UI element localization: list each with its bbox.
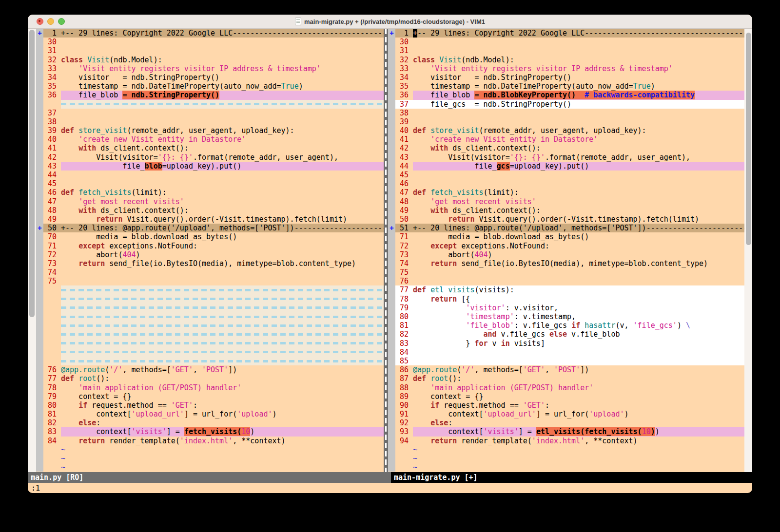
code-line[interactable]: 40 'create new Visit entity in Datastore… [36,135,384,144]
code-line[interactable]: 91 context['upload_url'] = url_for('uplo… [388,410,744,418]
left-scrollbar[interactable] [28,29,36,472]
code-line[interactable]: 32class Visit(ndb.Model): [36,56,384,64]
diff-filler-line[interactable] [36,348,384,357]
tilde-line[interactable]: ~ [388,463,744,472]
code-line[interactable]: 47 'get most recent visits' [36,197,384,206]
diff-filler-line[interactable] [36,339,384,348]
code-line[interactable]: 75 [388,268,744,277]
code-line[interactable]: 31 [36,46,384,55]
tilde-line[interactable]: ~ [388,454,744,463]
code-line[interactable]: 88 'main application (GET/POST) handler' [388,383,744,392]
code-line[interactable]: 75 [36,277,384,285]
code-line[interactable]: 46 [388,179,744,188]
code-line[interactable]: 80 'timestamp': v.timestamp, [388,312,744,321]
code-line[interactable]: 41 'create new Visit entity in Datastore… [388,135,744,144]
right-scrollbar[interactable] [744,29,752,472]
code-line[interactable]: 71 media = blob.download_as_bytes() [388,232,744,241]
code-line[interactable]: 49 return Visit.query().order(-Visit.tim… [36,215,384,224]
folded-line[interactable]: +51+-- 20 lines: @app.route('/upload', m… [388,224,744,232]
code-line[interactable]: 83 } for v in visits] [388,339,744,348]
folded-line[interactable]: +50+-- 20 lines: @app.route('/upload', m… [36,224,384,232]
close-button[interactable] [37,18,43,25]
code-line[interactable]: 31 [388,46,744,55]
code-line[interactable]: 45 [36,179,384,188]
code-line[interactable]: 41 with ds_client.context(): [36,144,384,152]
tilde-line[interactable]: ~ [36,445,384,454]
diff-filler-line[interactable] [36,312,384,321]
code-line[interactable]: 71 except exceptions.NotFound: [36,242,384,250]
code-line[interactable]: 84 [388,348,744,357]
code-line[interactable]: 79 context = {} [36,392,384,401]
tilde-line[interactable]: ~ [36,454,384,463]
code-line[interactable]: 46def fetch_visits(limit): [36,188,384,197]
zoom-button[interactable] [58,18,65,25]
code-line[interactable]: 49 with ds_client.context(): [388,206,744,215]
code-line[interactable]: 35 timestamp = ndb.DateTimeProperty(auto… [388,82,744,91]
fold-marker[interactable]: + [388,29,395,38]
minimize-button[interactable] [47,18,54,25]
code-line[interactable]: 72 except exceptions.NotFound: [388,242,744,250]
code-line[interactable]: 43 Visit(visitor='{}: {}'.format(remote_… [388,153,744,162]
code-line[interactable]: 82 else: [36,418,384,427]
folded-line[interactable]: +1+-- 29 lines: Copyright 2022 Google LL… [36,29,384,38]
code-line[interactable]: 81 context['upload_url'] = url_for('uplo… [36,410,384,418]
code-line[interactable]: 43 file_blob=upload_key).put() [36,162,384,171]
code-line[interactable]: 84 return render_template('index.html', … [36,437,384,445]
diff-filler-line[interactable] [36,295,384,304]
code-line[interactable]: 93 context['visits'] = etl_visits(fetch_… [388,427,744,436]
code-line[interactable]: 79 'visitor': v.visitor, [388,304,744,312]
code-line[interactable]: 42 Visit(visitor='{}: {}'.format(remote_… [36,153,384,162]
diff-filler-line[interactable] [36,330,384,339]
code-line[interactable]: 78 return [{ [388,295,744,304]
code-line[interactable]: 86@app.route('/', methods=['GET', 'POST'… [388,365,744,374]
code-line[interactable]: 45 [388,171,744,179]
code-line[interactable]: 39def store_visit(remote_addr, user_agen… [36,126,384,135]
code-line[interactable]: 42 with ds_client.context(): [388,144,744,152]
diff-filler-line[interactable] [36,100,384,109]
code-line[interactable]: 76 [388,277,744,285]
code-line[interactable]: 35 timestamp = ndb.DateTimeProperty(auto… [36,82,384,91]
command-line[interactable]: :1 [28,483,752,493]
code-line[interactable]: 39 [388,117,744,126]
code-line[interactable]: 73 return send_file(io.BytesIO(media), m… [36,259,384,268]
code-line[interactable]: 38 [36,117,384,126]
code-line[interactable]: 73 abort(404) [388,250,744,259]
code-line[interactable]: 90 if request.method == 'GET': [388,401,744,410]
code-line[interactable]: 83 context['visits'] = fetch_visits(10) [36,427,384,436]
code-line[interactable]: 89 context = {} [388,392,744,401]
code-line[interactable]: 36 file_blob = ndb.BlobKeyProperty() # b… [388,91,744,99]
code-line[interactable]: 36 file_blob = ndb.StringProperty() [36,91,384,99]
code-line[interactable]: 78 'main application (GET/POST) handler' [36,383,384,392]
code-line[interactable]: 77def root(): [36,374,384,383]
code-line[interactable]: 32class Visit(ndb.Model): [388,56,744,64]
diff-filler-line[interactable] [36,304,384,312]
code-line[interactable]: 50 return Visit.query().order(-Visit.tim… [388,215,744,224]
window-separator[interactable] [384,29,388,472]
code-line[interactable]: 70 media = blob.download_as_bytes() [36,232,384,241]
code-line[interactable]: 47def fetch_visits(limit): [388,188,744,197]
code-line[interactable]: 37 [36,109,384,117]
code-line[interactable]: 85 [388,357,744,365]
code-line[interactable]: 76@app.route('/', methods=['GET', 'POST'… [36,365,384,374]
code-line[interactable]: 44 file_gcs=upload_key).put() [388,162,744,171]
folded-line[interactable]: +1+-- 29 lines: Copyright 2022 Google LL… [388,29,744,38]
code-line[interactable]: 38 [388,109,744,117]
code-line[interactable]: 81 'file_blob': v.file_gcs if hasattr(v,… [388,321,744,330]
code-line[interactable]: 92 else: [388,418,744,427]
code-line[interactable]: 80 if request.method == 'GET': [36,401,384,410]
code-line[interactable]: 82 and v.file_gcs else v.file_blob [388,330,744,339]
code-line[interactable]: 33 'Visit entity registers visitor IP ad… [36,64,384,73]
tilde-line[interactable]: ~ [36,463,384,472]
diff-filler-line[interactable] [36,321,384,330]
code-line[interactable]: 37 file_gcs = ndb.StringProperty() [388,100,744,109]
right-scrollbar-thumb[interactable] [746,33,751,245]
code-line[interactable]: 87def root(): [388,374,744,383]
code-line[interactable]: 48 with ds_client.context(): [36,206,384,215]
fold-marker[interactable]: + [36,224,43,232]
code-line[interactable]: 48 'get most recent visits' [388,197,744,206]
tilde-line[interactable]: ~ [388,445,744,454]
code-line[interactable]: 74 return send_file(io.BytesIO(media), m… [388,259,744,268]
code-line[interactable]: 30 [388,38,744,46]
code-line[interactable]: 77def etl_visits(visits): [388,285,744,294]
code-line[interactable]: 72 abort(404) [36,250,384,259]
